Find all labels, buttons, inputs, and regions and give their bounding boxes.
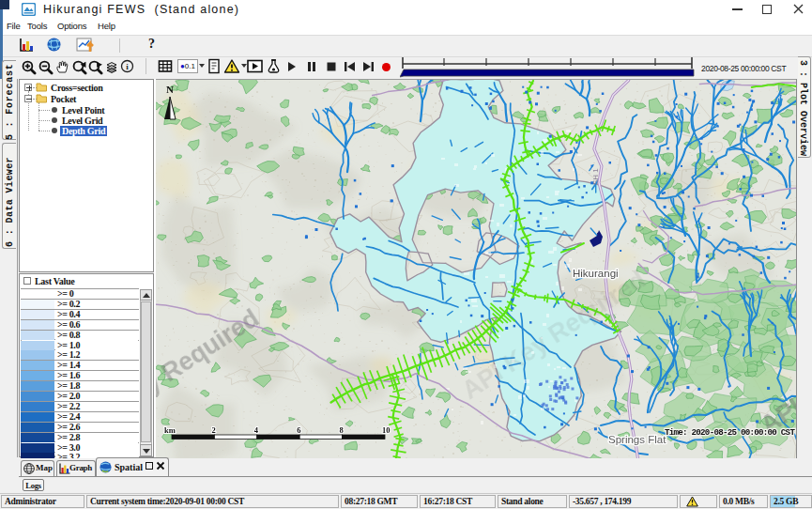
svg-text:4: 4 <box>254 425 259 435</box>
svg-text:10: 10 <box>382 425 391 435</box>
svg-text:8: 8 <box>340 425 344 435</box>
svg-text:Hikurangi: Hikurangi <box>573 268 619 279</box>
svg-text:SH 1: SH 1 <box>591 168 600 185</box>
svg-text:Springs Flat: Springs Flat <box>608 434 666 445</box>
svg-text:i: i <box>126 62 129 71</box>
svg-text:6: 6 <box>297 425 300 435</box>
svg-text:Time: 2020-08-25 00:00:00 CST: Time: 2020-08-25 00:00:00 CST <box>665 427 795 438</box>
svg-text:N: N <box>166 84 174 95</box>
svg-text:2: 2 <box>211 425 215 435</box>
svg-text:km: km <box>164 425 176 435</box>
